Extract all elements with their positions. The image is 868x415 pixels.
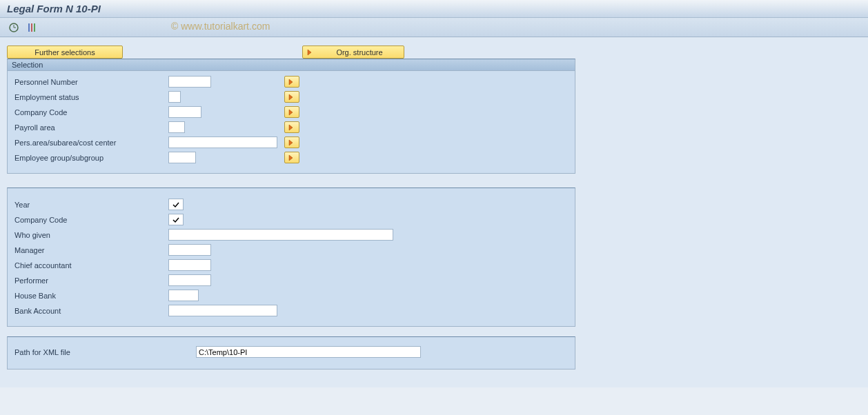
variant-icon[interactable]	[25, 21, 39, 34]
manager-label: Manager	[13, 246, 168, 254]
manager-row: Manager	[13, 243, 569, 256]
execute-icon[interactable]	[7, 21, 21, 34]
arrow-right-icon	[288, 94, 295, 101]
param-company-code-checkbox[interactable]	[168, 214, 184, 225]
top-button-row: Further selections Org. structure	[7, 45, 861, 59]
pers-area-multiselect[interactable]	[284, 136, 299, 148]
page-title: Legal Form N 10-PI	[7, 3, 101, 14]
arrow-right-icon	[288, 154, 295, 161]
svg-rect-5	[34, 23, 35, 32]
who-given-row: Who given	[13, 228, 569, 241]
employment-status-label: Employment status	[13, 93, 168, 101]
xml-group: Path for XML file	[7, 336, 575, 370]
xml-path-label: Path for XML file	[13, 348, 196, 356]
personnel-number-label: Personnel Number	[13, 78, 168, 86]
arrow-right-icon	[288, 109, 295, 116]
window-title-bar: Legal Form N 10-PI	[0, 0, 868, 18]
company-code-input[interactable]	[168, 106, 201, 118]
personnel-number-input[interactable]	[168, 76, 211, 88]
pers-area-input[interactable]	[168, 136, 277, 148]
year-label: Year	[13, 201, 168, 209]
watermark-text: © www.tutorialkart.com	[171, 21, 270, 32]
org-structure-button[interactable]: Org. structure	[302, 45, 404, 59]
performer-row: Performer	[13, 274, 569, 287]
selection-group: Selection Personnel Number Employment st…	[7, 59, 575, 174]
employment-status-input[interactable]	[168, 91, 181, 103]
chief-accountant-row: Chief accountant	[13, 259, 569, 272]
payroll-area-row: Payroll area	[13, 121, 569, 134]
svg-rect-4	[31, 23, 32, 32]
arrow-right-icon	[288, 79, 295, 85]
check-icon	[172, 216, 179, 223]
xml-path-row: Path for XML file	[13, 345, 569, 358]
svg-rect-3	[28, 23, 30, 32]
further-selections-button[interactable]: Further selections	[7, 45, 123, 59]
employment-status-multiselect[interactable]	[284, 91, 299, 103]
pers-area-label: Pers.area/subarea/cost center	[13, 139, 168, 147]
company-code-row: Company Code	[13, 105, 569, 119]
pers-area-row: Pers.area/subarea/cost center	[13, 136, 569, 149]
employment-status-row: Employment status	[13, 90, 569, 103]
employee-group-label: Employee group/subgroup	[13, 154, 168, 162]
personnel-number-multiselect[interactable]	[284, 76, 299, 88]
further-selections-label: Further selections	[34, 48, 95, 57]
chief-accountant-label: Chief accountant	[13, 261, 168, 270]
arrow-right-icon	[307, 49, 314, 56]
payroll-area-input[interactable]	[168, 121, 185, 133]
year-row: Year	[13, 198, 569, 211]
param-company-code-label: Company Code	[13, 216, 168, 224]
personnel-number-row: Personnel Number	[13, 75, 569, 88]
org-structure-label: Org. structure	[321, 48, 398, 57]
arrow-right-icon	[288, 139, 295, 146]
who-given-label: Who given	[13, 231, 168, 239]
performer-label: Performer	[13, 276, 168, 285]
selection-group-header: Selection	[8, 59, 575, 71]
employee-group-multiselect[interactable]	[284, 152, 299, 163]
bank-account-row: Bank Account	[13, 304, 569, 317]
house-bank-row: House Bank	[13, 289, 569, 302]
payroll-area-label: Payroll area	[13, 123, 168, 132]
parameters-group: Year Company Code Who given Manager	[7, 188, 575, 327]
payroll-area-multiselect[interactable]	[284, 121, 299, 133]
bank-account-label: Bank Account	[13, 307, 168, 315]
company-code-label: Company Code	[13, 108, 168, 117]
param-company-code-row: Company Code	[13, 213, 569, 226]
check-icon	[172, 201, 179, 208]
company-code-multiselect[interactable]	[284, 106, 299, 118]
employee-group-input[interactable]	[168, 152, 196, 163]
chief-accountant-input[interactable]	[168, 259, 211, 271]
house-bank-label: House Bank	[13, 292, 168, 300]
performer-input[interactable]	[168, 274, 211, 286]
employee-group-row: Employee group/subgroup	[13, 151, 569, 164]
house-bank-input[interactable]	[168, 290, 199, 301]
manager-input[interactable]	[168, 244, 211, 256]
bank-account-input[interactable]	[168, 305, 277, 316]
application-toolbar: © www.tutorialkart.com	[0, 18, 868, 37]
year-checkbox[interactable]	[168, 199, 184, 210]
xml-path-input[interactable]	[196, 346, 421, 358]
who-given-input[interactable]	[168, 229, 393, 241]
arrow-right-icon	[288, 124, 295, 131]
main-content: Further selections Org. structure Select…	[0, 37, 868, 387]
